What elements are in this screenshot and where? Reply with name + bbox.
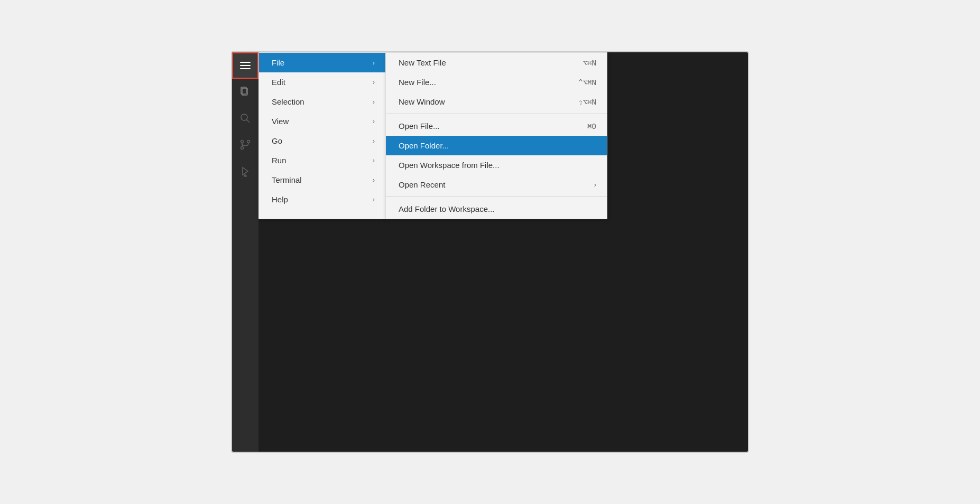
files-icon [239, 86, 252, 98]
submenu-item-open-workspace-label: Open Workspace from File... [399, 161, 596, 170]
submenu-item-new-file-label: New File... [399, 78, 578, 87]
primary-menu: File › Edit › Selection › View › Go › [258, 52, 385, 219]
sidebar-item-source-control[interactable] [232, 132, 258, 158]
menu-item-run-label: Run [272, 156, 373, 165]
hamburger-icon [240, 60, 251, 71]
menu-divider-2 [386, 197, 607, 197]
svg-line-6 [247, 120, 250, 123]
submenu-item-open-file[interactable]: Open File... ⌘O [386, 116, 607, 136]
source-control-icon [239, 138, 252, 151]
menu-item-selection[interactable]: Selection › [259, 92, 385, 111]
chevron-right-icon: › [373, 195, 375, 203]
chevron-right-icon: › [373, 156, 375, 164]
svg-point-8 [247, 141, 250, 143]
menu-item-terminal[interactable]: Terminal › [259, 170, 385, 190]
shortcut-open-file: ⌘O [587, 122, 596, 130]
chevron-right-icon: › [594, 181, 596, 189]
menu-item-run[interactable]: Run › [259, 151, 385, 170]
menu-item-file[interactable]: File › [259, 53, 385, 72]
menu-divider-1 [386, 114, 607, 114]
submenu-item-open-workspace[interactable]: Open Workspace from File... [386, 155, 607, 175]
chevron-right-icon: › [373, 98, 375, 106]
search-icon [239, 112, 252, 125]
svg-point-7 [241, 141, 244, 143]
submenu-item-open-recent[interactable]: Open Recent › [386, 175, 607, 194]
sidebar-item-explorer[interactable] [232, 79, 258, 105]
run-debug-icon [239, 165, 252, 178]
submenu-item-open-recent-label: Open Recent [399, 180, 594, 189]
menu-item-file-label: File [272, 58, 373, 67]
menu-item-edit[interactable]: Edit › [259, 72, 385, 92]
svg-point-9 [241, 147, 244, 150]
submenu-item-add-folder[interactable]: Add Folder to Workspace... [386, 199, 607, 219]
menu-item-go-label: Go [272, 136, 373, 145]
svg-rect-0 [240, 62, 251, 63]
sidebar-item-run-debug[interactable] [232, 158, 258, 184]
submenu-item-open-file-label: Open File... [399, 122, 587, 130]
svg-point-5 [241, 114, 247, 120]
submenu-item-open-folder[interactable]: Open Folder... [386, 136, 607, 155]
menu-item-go[interactable]: Go › [259, 131, 385, 151]
submenu-item-new-file[interactable]: New File... ^⌥⌘N [386, 72, 607, 92]
shortcut-new-window: ⇧⌥⌘N [578, 98, 596, 106]
chevron-right-icon: › [373, 137, 375, 145]
menu-item-selection-label: Selection [272, 97, 373, 106]
menu-overlay: File › Edit › Selection › View › Go › [258, 52, 607, 219]
svg-rect-2 [240, 68, 251, 69]
activity-bar [232, 52, 258, 452]
chevron-right-icon: › [373, 176, 375, 184]
menu-item-view[interactable]: View › [259, 111, 385, 131]
shortcut-new-file: ^⌥⌘N [578, 78, 596, 87]
hamburger-button[interactable] [232, 52, 258, 79]
menu-item-view-label: View [272, 117, 373, 126]
activity-bar-top [232, 52, 258, 184]
menu-item-help-label: Help [272, 195, 373, 204]
file-submenu: New Text File ⌥⌘N New File... ^⌥⌘N New W… [385, 52, 607, 219]
submenu-item-new-window[interactable]: New Window ⇧⌥⌘N [386, 92, 607, 111]
sidebar-item-search[interactable] [232, 105, 258, 132]
submenu-item-new-window-label: New Window [399, 97, 578, 106]
chevron-right-icon: › [373, 117, 375, 125]
submenu-item-new-text-file[interactable]: New Text File ⌥⌘N [386, 53, 607, 72]
menu-item-help[interactable]: Help › [259, 190, 385, 209]
submenu-item-add-folder-label: Add Folder to Workspace... [399, 204, 596, 213]
menu-item-edit-label: Edit [272, 78, 373, 87]
shortcut-new-text-file: ⌥⌘N [583, 59, 596, 67]
svg-rect-1 [240, 65, 251, 66]
submenu-item-new-text-file-label: New Text File [399, 58, 583, 67]
vscode-window: File › Edit › Selection › View › Go › [231, 51, 749, 453]
menu-item-terminal-label: Terminal [272, 175, 373, 184]
submenu-item-open-folder-label: Open Folder... [399, 141, 596, 150]
chevron-right-icon: › [373, 78, 375, 86]
chevron-right-icon: › [373, 59, 375, 67]
